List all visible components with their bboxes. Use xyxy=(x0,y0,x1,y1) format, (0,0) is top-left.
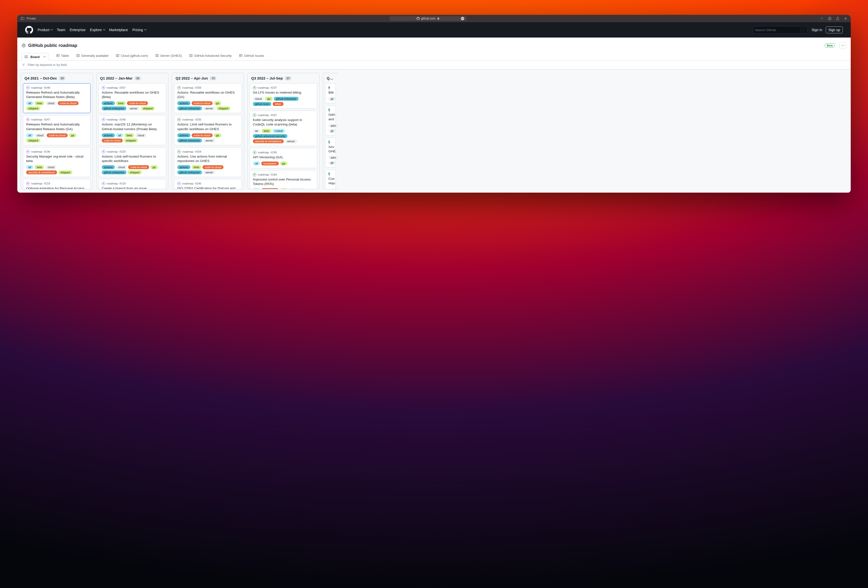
search-input[interactable]: Search GitHub / xyxy=(753,26,807,34)
label[interactable]: github enterprise xyxy=(177,139,202,142)
label[interactable]: all xyxy=(253,188,260,189)
label[interactable]: all xyxy=(26,165,33,169)
view-tab-4[interactable]: Server (GHES) xyxy=(155,54,182,59)
page-settings-icon[interactable]: ••• xyxy=(461,17,464,20)
nav-explore[interactable]: Explore xyxy=(90,28,105,32)
label[interactable]: actions xyxy=(177,101,190,105)
card[interactable]: roadmap#237Git LFS moves to metered bill… xyxy=(249,83,317,109)
card[interactable]: roadmap#247Releases Refresh and Automati… xyxy=(23,115,91,145)
address-bar[interactable]: github.com ••• xyxy=(390,16,467,21)
nav-marketplace[interactable]: Marketplace xyxy=(109,28,128,32)
label[interactable]: server xyxy=(285,139,297,143)
label[interactable]: code-to-cloud xyxy=(47,133,68,137)
label[interactable]: all xyxy=(26,101,33,105)
label[interactable]: code-to-cloud xyxy=(127,101,148,105)
label[interactable]: server xyxy=(203,106,216,110)
project-menu-button[interactable] xyxy=(839,42,846,49)
signin-link[interactable]: Sign in xyxy=(812,28,822,32)
card[interactable]: roadmap#256Actions: Reusable workflows o… xyxy=(174,83,242,113)
label[interactable]: cloud xyxy=(46,165,56,169)
view-tab-6[interactable]: GitHub Issues xyxy=(239,54,264,59)
view-tab-2[interactable]: Generally available xyxy=(76,54,109,59)
view-tab-5[interactable]: GitHub Advanced Security xyxy=(189,54,232,59)
nav-team[interactable]: Team xyxy=(57,28,65,32)
card[interactable]: roadmap#184Improved control over Persona… xyxy=(249,170,317,189)
label[interactable]: code-to-cloud xyxy=(102,139,123,142)
label[interactable]: ga xyxy=(280,161,288,165)
label[interactable]: ae xyxy=(253,129,260,133)
label[interactable]: code-to-cloud xyxy=(58,101,79,105)
label[interactable]: github advanced security xyxy=(253,134,288,138)
label[interactable]: ga xyxy=(69,133,76,137)
label[interactable]: github enterprise xyxy=(274,97,298,101)
label[interactable]: actions xyxy=(102,165,115,169)
label[interactable]: server xyxy=(203,139,216,142)
label[interactable]: other xyxy=(273,102,283,106)
label[interactable]: beta xyxy=(192,165,201,169)
label[interactable]: github enterprise xyxy=(102,106,127,110)
label[interactable]: github team xyxy=(253,102,272,106)
label[interactable]: code-to-cloud xyxy=(192,101,213,105)
card[interactable]: GitH andadmgit xyxy=(325,105,336,135)
new-tab-icon[interactable] xyxy=(844,17,847,20)
label[interactable]: git xyxy=(328,129,336,133)
card[interactable]: roadmap#218Create a branch from an issue… xyxy=(99,179,166,189)
card[interactable]: roadmap#195API Versioning (GA)allecosyst… xyxy=(249,148,317,168)
label[interactable]: shipped xyxy=(124,139,138,142)
label[interactable]: cloud xyxy=(253,97,264,101)
signup-button[interactable]: Sign up xyxy=(826,27,843,33)
nav-enterprise[interactable]: Enterprise xyxy=(69,28,86,32)
label[interactable]: server xyxy=(203,170,216,174)
label[interactable]: git xyxy=(328,161,336,165)
label[interactable]: actions xyxy=(102,101,115,105)
card[interactable]: roadmap#219Optional expiration for Perso… xyxy=(23,179,91,189)
label[interactable]: github enterprise xyxy=(102,170,127,174)
card[interactable]: roadmap#220Actions: Limit self-hosted Ru… xyxy=(99,147,166,177)
label[interactable]: shipped xyxy=(217,106,231,110)
card[interactable]: roadmap#245ISO 27001 Certification for D… xyxy=(174,179,242,189)
label[interactable]: adm xyxy=(328,155,338,160)
label[interactable]: code-to-cloud xyxy=(192,133,213,137)
shield-eye-icon[interactable] xyxy=(820,17,824,20)
label[interactable]: ga xyxy=(214,101,221,105)
label[interactable]: code-to-cloud xyxy=(202,165,223,169)
label[interactable]: ga xyxy=(151,165,158,169)
label[interactable]: beta xyxy=(261,129,271,133)
nav-product[interactable]: Product xyxy=(37,28,52,32)
label[interactable]: security & compliance xyxy=(26,170,57,174)
label[interactable]: ga xyxy=(265,97,272,101)
label[interactable]: shipped xyxy=(58,170,72,174)
label[interactable]: shipped xyxy=(141,106,155,110)
card[interactable]: roadmap#248Releases Refresh and Automati… xyxy=(23,83,91,113)
label[interactable]: actions xyxy=(177,133,190,137)
card[interactable]: roadmap#207Kotlin security analysis supp… xyxy=(249,111,317,146)
label[interactable]: cloud xyxy=(135,133,146,137)
label[interactable]: in design xyxy=(289,188,304,189)
nav-pricing[interactable]: Pricing xyxy=(132,28,146,32)
label[interactable]: shipped xyxy=(26,139,40,142)
card[interactable]: roadmap#254Actions: Use actions from int… xyxy=(174,147,242,177)
label[interactable]: beta xyxy=(35,101,44,105)
label[interactable]: git xyxy=(328,97,336,101)
label[interactable]: github enterprise xyxy=(177,106,202,110)
card[interactable]: roadmap#238Security Manager org-level ro… xyxy=(23,147,91,177)
label[interactable]: actions xyxy=(177,165,190,169)
github-logo[interactable] xyxy=(25,26,33,34)
label[interactable]: cloud xyxy=(46,101,56,105)
card[interactable]: roadmap#255Actions: Limit self-hosted Ru… xyxy=(174,115,242,145)
view-tab-0[interactable]: Board xyxy=(22,53,49,61)
view-dropdown-icon[interactable] xyxy=(42,55,46,59)
label[interactable]: server xyxy=(128,106,140,110)
label[interactable]: all xyxy=(253,161,260,165)
label[interactable]: adm xyxy=(328,124,338,128)
label[interactable]: actions xyxy=(102,133,115,137)
share-icon[interactable] xyxy=(836,17,839,20)
card[interactable]: roadmap#240Actions: macOS 12 (Monterey) … xyxy=(99,115,166,145)
view-tab-3[interactable]: Cloud (github.com) xyxy=(116,54,148,59)
label[interactable]: beta xyxy=(35,165,44,169)
label[interactable]: all xyxy=(26,133,33,137)
filter-bar[interactable]: Filter by keyword or by field xyxy=(17,61,851,69)
label[interactable]: shipped xyxy=(26,106,40,110)
label[interactable]: github enterprise xyxy=(177,170,202,174)
card[interactable]: Con requ xyxy=(325,169,336,189)
